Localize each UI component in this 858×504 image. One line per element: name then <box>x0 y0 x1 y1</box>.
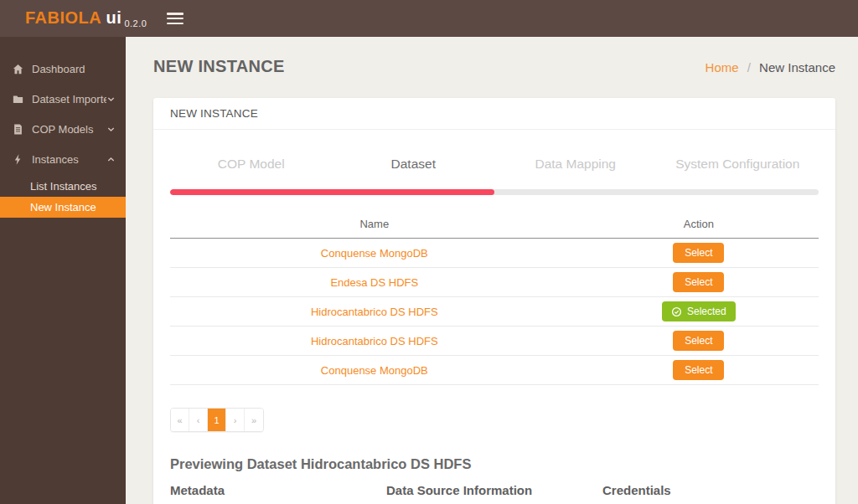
sidebar-submenu-instances: List Instances New Instance <box>0 176 126 218</box>
table-row: Conquense MongoDB Select <box>170 356 819 385</box>
sidebar-item-label: COP Models <box>32 123 106 136</box>
column-header-name: Name <box>170 210 579 239</box>
dataset-link[interactable]: Endesa DS HDFS <box>330 276 418 289</box>
sidebar-item-new-instance[interactable]: New Instance <box>0 197 126 218</box>
sidebar-item-label: Dashboard <box>32 63 116 75</box>
chevron-up-icon <box>106 155 116 164</box>
main-content: NEW INSTANCE Home / New Instance NEW INS… <box>126 37 858 504</box>
pagination-first-button[interactable]: « <box>171 409 189 431</box>
step-dataset[interactable]: Dataset <box>333 157 495 172</box>
sidebar-item-instances[interactable]: Instances <box>0 144 126 174</box>
breadcrumb-separator: / <box>747 60 751 75</box>
selected-button-label: Selected <box>687 306 726 317</box>
preview-column-title: Credentials <box>602 483 819 497</box>
breadcrumb-current: New Instance <box>759 60 835 75</box>
sidebar-item-list-instances[interactable]: List Instances <box>0 176 126 197</box>
card-title: NEW INSTANCE <box>153 98 835 130</box>
preview-column-credentials: Credentials No credentials provided <box>602 483 819 504</box>
select-button[interactable]: Select <box>673 360 724 380</box>
preview-column-title: Metadata <box>170 483 386 497</box>
page-header: NEW INSTANCE Home / New Instance <box>153 57 835 80</box>
menu-toggle-icon[interactable] <box>167 13 183 24</box>
sidebar-item-dashboard[interactable]: Dashboard <box>0 54 126 84</box>
preview-heading: Previewing Dataset Hidrocantabrico DS HD… <box>170 456 819 472</box>
preview-column-metadata: Metadata Name Hidrocantabrico DS HDFS Cr… <box>170 483 386 504</box>
step-system-configuration[interactable]: System Configuration <box>657 157 819 172</box>
table-header-row: Name Action <box>170 210 819 239</box>
new-instance-card: NEW INSTANCE COP Model Dataset Data Mapp… <box>153 98 835 504</box>
selected-button[interactable]: Selected <box>662 301 736 321</box>
app-version: 0.2.0 <box>124 18 147 28</box>
check-circle-icon <box>671 306 682 317</box>
file-icon <box>12 123 24 136</box>
breadcrumb-home-link[interactable]: Home <box>706 60 739 75</box>
home-icon <box>12 63 24 75</box>
page-title: NEW INSTANCE <box>153 57 285 76</box>
sidebar: Dashboard Dataset Importer COP Models In… <box>0 37 126 504</box>
table-row: Hidrocantabrico DS HDFS Select <box>170 327 819 356</box>
wizard-progress-bar <box>170 189 819 195</box>
sidebar-item-label: Dataset Importer <box>32 93 106 105</box>
brand-name: FABIOLA <box>25 8 101 27</box>
bolt-icon <box>12 153 24 166</box>
sidebar-item-label: Instances <box>32 153 106 166</box>
pagination: « ‹ 1 › » <box>170 408 264 432</box>
select-button[interactable]: Select <box>673 243 724 263</box>
pagination-prev-button[interactable]: ‹ <box>189 409 208 431</box>
select-button[interactable]: Select <box>673 272 724 292</box>
dataset-link[interactable]: Conquense MongoDB <box>321 364 428 377</box>
wizard-steps: COP Model Dataset Data Mapping System Co… <box>170 157 819 172</box>
pagination-next-button[interactable]: › <box>226 409 245 431</box>
brand-suffix: ui <box>101 8 122 27</box>
topbar: FABIOLA ui0.2.0 <box>0 0 858 37</box>
sidebar-item-dataset-importer[interactable]: Dataset Importer <box>0 84 126 114</box>
pagination-last-button[interactable]: » <box>245 409 263 431</box>
pagination-page-1-button[interactable]: 1 <box>208 409 226 431</box>
app-logo: FABIOLA ui0.2.0 <box>0 8 147 28</box>
sidebar-item-cop-models[interactable]: COP Models <box>0 114 126 144</box>
dataset-link[interactable]: Conquense MongoDB <box>321 247 428 260</box>
table-row: Conquense MongoDB Select <box>170 239 819 268</box>
dataset-link[interactable]: Hidrocantabrico DS HDFS <box>311 306 438 318</box>
chevron-down-icon <box>106 125 116 134</box>
breadcrumb: Home / New Instance <box>706 60 835 75</box>
chevron-down-icon <box>106 95 116 104</box>
step-cop-model[interactable]: COP Model <box>170 157 333 172</box>
select-button[interactable]: Select <box>673 331 724 351</box>
step-data-mapping[interactable]: Data Mapping <box>494 157 657 172</box>
preview-column-data-source: Data Source Information Data Source HDFS… <box>386 483 602 504</box>
table-row: Hidrocantabrico DS HDFS Selected <box>170 297 819 327</box>
table-row: Endesa DS HDFS Select <box>170 268 819 297</box>
card-body: COP Model Dataset Data Mapping System Co… <box>153 130 835 504</box>
folder-icon <box>12 93 24 105</box>
dataset-link[interactable]: Hidrocantabrico DS HDFS <box>311 335 438 347</box>
preview-column-title: Data Source Information <box>386 483 602 497</box>
preview-grid: Metadata Name Hidrocantabrico DS HDFS Cr… <box>170 483 819 504</box>
progress-bar-fill <box>170 189 494 195</box>
column-header-action: Action <box>579 210 819 239</box>
dataset-table: Name Action Conquense MongoDB Select End… <box>170 210 819 385</box>
